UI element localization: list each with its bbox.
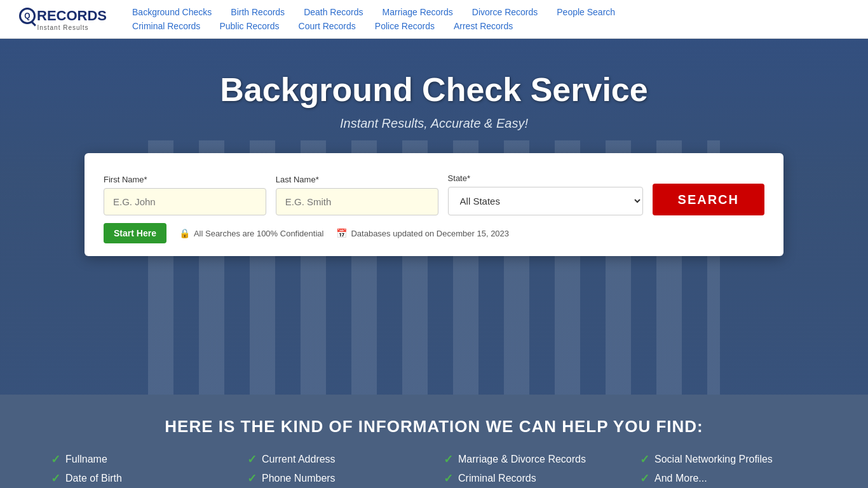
checkmark-icon: ✓ (247, 452, 257, 466)
updated-text: Databases updated on December 15, 2023 (351, 229, 509, 238)
start-here-button[interactable]: Start Here (104, 223, 166, 243)
info-item-text: Criminal Records (458, 473, 536, 484)
info-item-text: Marriage & Divorce Records (458, 454, 586, 465)
info-item: ✓Marriage & Divorce Records (444, 452, 621, 466)
info-item: ✓Fullname (51, 452, 228, 466)
logo-text: Q RECORDS (19, 8, 107, 24)
nav-link-court-records[interactable]: Court Records (299, 21, 356, 31)
info-item: ✓Social Networking Profiles (640, 452, 817, 466)
info-item: ✓Phone Numbers (247, 471, 424, 485)
info-item: ✓Criminal Records (444, 471, 621, 485)
logo-subtitle: Instant Results (37, 24, 88, 31)
search-footer: Start Here 🔒 All Searches are 100% Confi… (104, 223, 764, 243)
info-item-text: Phone Numbers (262, 473, 336, 484)
nav-link-people-search[interactable]: People Search (557, 7, 615, 17)
info-item-text: And More... (654, 473, 707, 484)
info-content: HERE IS THE KIND OF INFORMATION WE CAN H… (51, 417, 817, 485)
checkmark-icon: ✓ (444, 452, 453, 466)
info-col-1: ✓Current Address✓Phone Numbers (247, 452, 424, 485)
calendar-icon: 📅 (336, 228, 347, 238)
confidential-text: All Searches are 100% Confidential (194, 229, 324, 238)
search-button[interactable]: SEARCH (653, 184, 764, 215)
first-name-label: First Name* (104, 175, 266, 184)
nav-link-background-checks[interactable]: Background Checks (132, 7, 212, 17)
last-name-field-group: Last Name* (276, 175, 438, 215)
info-title: HERE IS THE KIND OF INFORMATION WE CAN H… (51, 417, 817, 437)
nav-link-death-records[interactable]: Death Records (304, 7, 363, 17)
checkmark-icon: ✓ (640, 471, 649, 485)
lock-icon: 🔒 (179, 228, 190, 238)
info-item: ✓Date of Birth (51, 471, 228, 485)
info-grid: ✓Fullname✓Date of Birth✓Current Address✓… (51, 452, 817, 485)
logo-brand: RECORDS (37, 8, 107, 24)
main-nav: Background ChecksBirth RecordsDeath Reco… (132, 5, 849, 33)
info-item-text: Date of Birth (65, 473, 122, 484)
search-box: First Name* Last Name* State* All States… (85, 153, 783, 256)
nav-link-arrest-records[interactable]: Arrest Records (454, 21, 513, 31)
hero-content: Background Check Service Instant Results… (13, 71, 855, 256)
info-item-text: Fullname (65, 454, 107, 465)
nav-link-birth-records[interactable]: Birth Records (231, 7, 285, 17)
first-name-input[interactable] (104, 188, 266, 215)
first-name-field-group: First Name* (104, 175, 266, 215)
hero-section: Background Check Service Instant Results… (0, 39, 868, 395)
nav-link-criminal-records[interactable]: Criminal Records (132, 21, 200, 31)
search-info: 🔒 All Searches are 100% Confidential 📅 D… (179, 228, 509, 238)
info-col-0: ✓Fullname✓Date of Birth (51, 452, 228, 485)
logo-icon: Q (19, 8, 36, 24)
logo: Q RECORDS Instant Results (19, 8, 107, 31)
last-name-input[interactable] (276, 188, 438, 215)
info-item: ✓Current Address (247, 452, 424, 466)
updated-info: 📅 Databases updated on December 15, 2023 (336, 228, 509, 238)
info-col-3: ✓Social Networking Profiles✓And More... (640, 452, 817, 485)
header: Q RECORDS Instant Results Background Che… (0, 0, 868, 39)
info-col-2: ✓Marriage & Divorce Records✓Criminal Rec… (444, 452, 621, 485)
state-label: State* (448, 173, 643, 183)
confidential-info: 🔒 All Searches are 100% Confidential (179, 228, 324, 238)
state-select[interactable]: All StatesAlabamaAlaskaArizonaArkansasCa… (448, 187, 643, 215)
last-name-label: Last Name* (276, 175, 438, 184)
info-item-text: Social Networking Profiles (654, 454, 773, 465)
checkmark-icon: ✓ (444, 471, 453, 485)
search-fields: First Name* Last Name* State* All States… (104, 171, 764, 215)
nav-link-divorce-records[interactable]: Divorce Records (472, 7, 538, 17)
checkmark-icon: ✓ (247, 471, 257, 485)
checkmark-icon: ✓ (51, 471, 60, 485)
info-item-text: Current Address (262, 454, 336, 465)
checkmark-icon: ✓ (51, 452, 60, 466)
hero-subtitle: Instant Results, Accurate & Easy! (340, 116, 528, 131)
state-field-group: State* All StatesAlabamaAlaskaArizonaArk… (448, 173, 643, 215)
info-section: HERE IS THE KIND OF INFORMATION WE CAN H… (0, 395, 868, 488)
nav-link-marriage-records[interactable]: Marriage Records (383, 7, 453, 17)
nav-link-public-records[interactable]: Public Records (219, 21, 279, 31)
nav-row-2: Criminal RecordsPublic RecordsCourt Reco… (132, 19, 849, 33)
info-item: ✓And More... (640, 471, 817, 485)
nav-row-1: Background ChecksBirth RecordsDeath Reco… (132, 5, 849, 19)
hero-title: Background Check Service (220, 71, 648, 109)
checkmark-icon: ✓ (640, 452, 649, 466)
nav-link-police-records[interactable]: Police Records (375, 21, 435, 31)
